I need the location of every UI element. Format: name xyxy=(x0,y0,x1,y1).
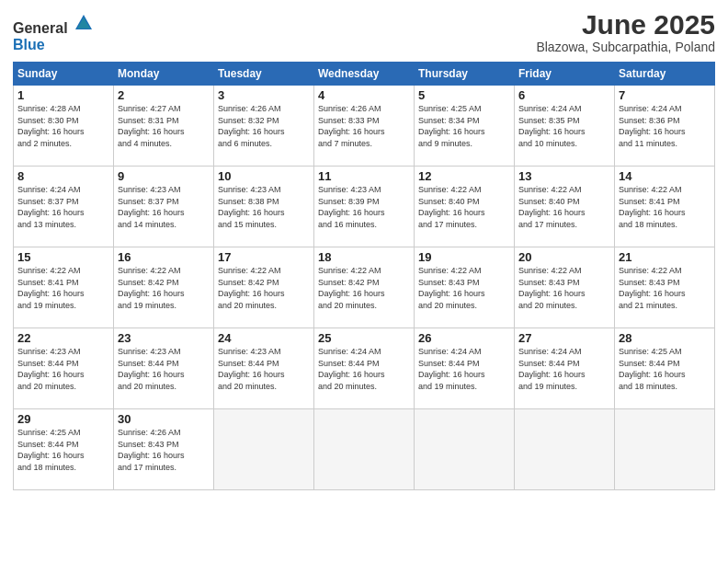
table-row: 7Sunrise: 4:24 AMSunset: 8:36 PMDaylight… xyxy=(615,86,715,167)
table-row: 1Sunrise: 4:28 AMSunset: 8:30 PMDaylight… xyxy=(14,86,114,167)
table-row: 23Sunrise: 4:23 AMSunset: 8:44 PMDayligh… xyxy=(114,328,214,409)
col-thursday: Thursday xyxy=(415,63,515,86)
table-row xyxy=(415,409,515,490)
table-row: 20Sunrise: 4:22 AMSunset: 8:43 PMDayligh… xyxy=(515,247,615,328)
header-row: Sunday Monday Tuesday Wednesday Thursday… xyxy=(14,63,715,86)
week-row-1: 1Sunrise: 4:28 AMSunset: 8:30 PMDaylight… xyxy=(14,86,715,167)
table-row: 27Sunrise: 4:24 AMSunset: 8:44 PMDayligh… xyxy=(515,328,615,409)
table-row: 14Sunrise: 4:22 AMSunset: 8:41 PMDayligh… xyxy=(615,167,715,247)
month-title: June 2025 xyxy=(536,9,715,40)
table-row xyxy=(615,409,715,490)
table-row: 16Sunrise: 4:22 AMSunset: 8:42 PMDayligh… xyxy=(114,247,214,328)
table-row: 21Sunrise: 4:22 AMSunset: 8:43 PMDayligh… xyxy=(615,247,715,328)
table-row: 13Sunrise: 4:22 AMSunset: 8:40 PMDayligh… xyxy=(515,167,615,247)
table-row: 4Sunrise: 4:26 AMSunset: 8:33 PMDaylight… xyxy=(314,86,415,167)
table-row: 18Sunrise: 4:22 AMSunset: 8:42 PMDayligh… xyxy=(314,247,415,328)
week-row-5: 29Sunrise: 4:25 AMSunset: 8:44 PMDayligh… xyxy=(14,409,715,490)
col-tuesday: Tuesday xyxy=(214,63,314,86)
calendar-table: Sunday Monday Tuesday Wednesday Thursday… xyxy=(13,62,715,490)
title-area: June 2025 Blazowa, Subcarpathia, Poland xyxy=(536,9,715,54)
table-row xyxy=(314,409,415,490)
logo-text-general: General xyxy=(13,20,68,36)
page: General Blue June 2025 Blazowa, Subcarpa… xyxy=(0,0,728,563)
table-row: 10Sunrise: 4:23 AMSunset: 8:38 PMDayligh… xyxy=(214,167,314,247)
table-row: 9Sunrise: 4:23 AMSunset: 8:37 PMDaylight… xyxy=(114,167,214,247)
col-monday: Monday xyxy=(114,63,214,86)
table-row: 5Sunrise: 4:25 AMSunset: 8:34 PMDaylight… xyxy=(415,86,515,167)
table-row: 17Sunrise: 4:22 AMSunset: 8:42 PMDayligh… xyxy=(214,247,314,328)
table-row: 12Sunrise: 4:22 AMSunset: 8:40 PMDayligh… xyxy=(415,167,515,247)
table-row: 15Sunrise: 4:22 AMSunset: 8:41 PMDayligh… xyxy=(14,247,114,328)
table-row: 2Sunrise: 4:27 AMSunset: 8:31 PMDaylight… xyxy=(114,86,214,167)
week-row-4: 22Sunrise: 4:23 AMSunset: 8:44 PMDayligh… xyxy=(14,328,715,409)
table-row: 26Sunrise: 4:24 AMSunset: 8:44 PMDayligh… xyxy=(415,328,515,409)
table-row: 19Sunrise: 4:22 AMSunset: 8:43 PMDayligh… xyxy=(415,247,515,328)
col-friday: Friday xyxy=(515,63,615,86)
table-row: 28Sunrise: 4:25 AMSunset: 8:44 PMDayligh… xyxy=(615,328,715,409)
table-row: 29Sunrise: 4:25 AMSunset: 8:44 PMDayligh… xyxy=(14,409,114,490)
table-row: 6Sunrise: 4:24 AMSunset: 8:35 PMDaylight… xyxy=(515,86,615,167)
col-saturday: Saturday xyxy=(615,63,715,86)
table-row: 30Sunrise: 4:26 AMSunset: 8:43 PMDayligh… xyxy=(114,409,214,490)
logo-blue: Blue xyxy=(13,37,94,53)
table-row: 8Sunrise: 4:24 AMSunset: 8:37 PMDaylight… xyxy=(14,167,114,247)
table-row: 24Sunrise: 4:23 AMSunset: 8:44 PMDayligh… xyxy=(214,328,314,409)
table-row: 3Sunrise: 4:26 AMSunset: 8:32 PMDaylight… xyxy=(214,86,314,167)
location-title: Blazowa, Subcarpathia, Poland xyxy=(536,40,715,54)
week-row-3: 15Sunrise: 4:22 AMSunset: 8:41 PMDayligh… xyxy=(14,247,715,328)
table-row: 25Sunrise: 4:24 AMSunset: 8:44 PMDayligh… xyxy=(314,328,415,409)
table-row xyxy=(214,409,314,490)
logo-general: General xyxy=(13,13,94,37)
table-row xyxy=(515,409,615,490)
col-sunday: Sunday xyxy=(14,63,114,86)
col-wednesday: Wednesday xyxy=(314,63,415,86)
table-row: 22Sunrise: 4:23 AMSunset: 8:44 PMDayligh… xyxy=(14,328,114,409)
logo-icon xyxy=(74,13,94,33)
logo: General Blue xyxy=(13,13,94,53)
week-row-2: 8Sunrise: 4:24 AMSunset: 8:37 PMDaylight… xyxy=(14,167,715,247)
table-row: 11Sunrise: 4:23 AMSunset: 8:39 PMDayligh… xyxy=(314,167,415,247)
header: General Blue June 2025 Blazowa, Subcarpa… xyxy=(13,9,715,54)
